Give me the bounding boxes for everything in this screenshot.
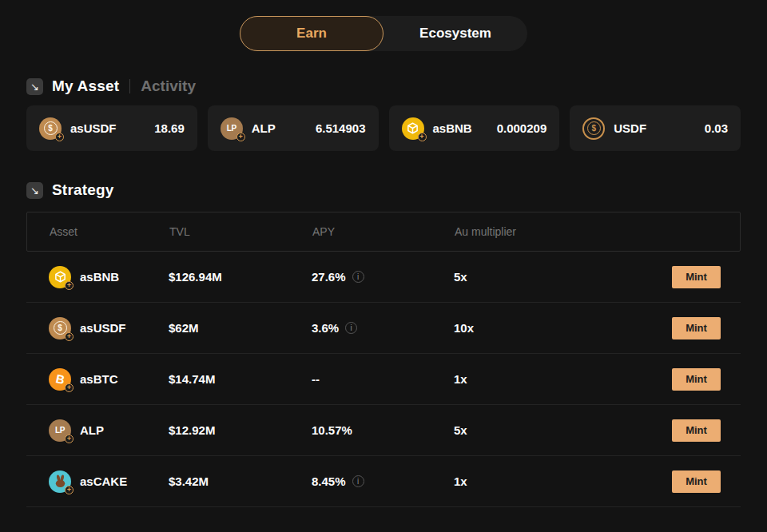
info-icon[interactable]: i bbox=[352, 271, 364, 283]
asset-cell: + asCAKE bbox=[49, 470, 169, 493]
table-body: + asBNB $126.94M 27.6% i 5x Mint $+ asUS… bbox=[26, 252, 741, 507]
row-apy-cell: 3.6% i bbox=[312, 321, 454, 335]
row-multiplier: 1x bbox=[454, 474, 627, 488]
asset-card: $ USDF 0.03 bbox=[570, 105, 741, 151]
asset-symbol: USDF bbox=[614, 121, 646, 135]
my-asset-header: ↘ My Asset Activity bbox=[26, 77, 741, 95]
asset-symbol: asUSDF bbox=[70, 121, 117, 135]
tab-earn[interactable]: Earn bbox=[240, 16, 384, 51]
table-row: LP+ ALP $12.92M 10.57% 5x Mint bbox=[26, 405, 741, 456]
asset-card: LP+ ALP 6.514903 bbox=[208, 105, 379, 151]
asset-cell: B+ asBTC bbox=[49, 368, 169, 391]
row-multiplier: 1x bbox=[454, 372, 627, 386]
asset-card: $+ asUSDF 18.69 bbox=[26, 105, 197, 151]
coin-icon: + bbox=[49, 470, 71, 493]
row-apy: 3.6% bbox=[312, 321, 339, 335]
table-header-row: Asset TVL APY Au multiplier bbox=[26, 212, 741, 252]
info-icon[interactable]: i bbox=[345, 322, 357, 334]
coin-icon: $+ bbox=[39, 117, 62, 140]
mint-button[interactable]: Mint bbox=[672, 266, 721, 288]
asset-cards: $+ asUSDF 18.69 LP+ ALP 6.514903 + asBNB… bbox=[26, 105, 741, 151]
col-header-apy: APY bbox=[312, 225, 455, 238]
row-tvl: $14.74M bbox=[169, 372, 312, 386]
asset-cell: $+ asUSDF bbox=[49, 317, 169, 339]
mint-button[interactable]: Mint bbox=[672, 368, 721, 391]
row-asset-symbol: asUSDF bbox=[80, 321, 126, 335]
info-icon[interactable]: i bbox=[352, 475, 364, 487]
divider bbox=[129, 79, 130, 93]
row-action-cell: Mint bbox=[627, 419, 721, 442]
row-asset-symbol: ALP bbox=[80, 423, 104, 437]
mint-button[interactable]: Mint bbox=[672, 317, 721, 339]
col-header-tvl: TVL bbox=[169, 225, 312, 238]
asset-symbol: ALP bbox=[252, 121, 276, 135]
row-apy-cell: 8.45% i bbox=[312, 474, 454, 488]
coin-icon: LP+ bbox=[221, 117, 243, 140]
coin-icon: $+ bbox=[49, 317, 71, 339]
row-tvl: $12.92M bbox=[169, 423, 312, 437]
plus-badge: + bbox=[65, 383, 74, 392]
plus-badge: + bbox=[65, 281, 74, 290]
row-multiplier: 5x bbox=[454, 270, 627, 284]
row-tvl: $3.42M bbox=[169, 474, 312, 488]
row-action-cell: Mint bbox=[627, 317, 721, 339]
coin-icon: B+ bbox=[49, 368, 71, 391]
asset-balance: 6.514903 bbox=[316, 121, 366, 135]
row-asset-symbol: asBNB bbox=[80, 270, 119, 284]
row-action-cell: Mint bbox=[627, 470, 721, 493]
col-header-asset: Asset bbox=[50, 225, 169, 238]
plus-badge: + bbox=[65, 435, 74, 443]
asset-balance: 18.69 bbox=[154, 121, 185, 135]
row-multiplier: 10x bbox=[454, 321, 627, 335]
asset-cell: + asBNB bbox=[49, 266, 169, 288]
row-action-cell: Mint bbox=[627, 368, 721, 391]
mint-button[interactable]: Mint bbox=[672, 419, 721, 442]
coin-icon: $ bbox=[582, 117, 605, 140]
row-action-cell: Mint bbox=[627, 266, 721, 288]
asset-balance: 0.000209 bbox=[497, 121, 547, 135]
asset-cell: LP+ ALP bbox=[49, 419, 169, 442]
tab-my-asset[interactable]: My Asset bbox=[52, 77, 119, 95]
plus-badge: + bbox=[65, 332, 74, 341]
strategy-table: Asset TVL APY Au multiplier + asBNB $126… bbox=[26, 212, 741, 507]
corner-arrow-icon: ↘ bbox=[26, 182, 43, 199]
row-apy: -- bbox=[312, 372, 320, 386]
tab-ecosystem[interactable]: Ecosystem bbox=[384, 16, 527, 51]
coin-icon: + bbox=[402, 117, 424, 140]
row-apy-cell: 10.57% bbox=[312, 423, 454, 437]
col-header-multiplier: Au multiplier bbox=[455, 225, 628, 238]
table-row: B+ asBTC $14.74M -- 1x Mint bbox=[26, 354, 741, 405]
tab-group: Earn Ecosystem bbox=[240, 16, 527, 51]
row-apy: 8.45% bbox=[312, 474, 346, 488]
plus-badge: + bbox=[65, 486, 74, 494]
main-content: ↘ My Asset Activity $+ asUSDF 18.69 LP+ … bbox=[0, 77, 767, 507]
corner-arrow-icon: ↘ bbox=[26, 78, 43, 95]
asset-balance: 0.03 bbox=[705, 121, 728, 135]
strategy-header: ↘ Strategy bbox=[26, 181, 741, 199]
asset-symbol: asBNB bbox=[433, 121, 472, 135]
row-asset-symbol: asBTC bbox=[80, 372, 118, 386]
mint-button[interactable]: Mint bbox=[672, 470, 721, 493]
tab-activity[interactable]: Activity bbox=[141, 77, 196, 95]
strategy-title: Strategy bbox=[52, 181, 114, 199]
table-row: + asCAKE $3.42M 8.45% i 1x Mint bbox=[26, 456, 741, 507]
asset-card: + asBNB 0.000209 bbox=[389, 105, 560, 151]
plus-badge: + bbox=[418, 133, 427, 141]
coin-icon: + bbox=[49, 266, 71, 288]
row-apy: 27.6% bbox=[312, 270, 346, 284]
plus-badge: + bbox=[55, 133, 64, 141]
row-apy: 10.57% bbox=[312, 423, 352, 437]
row-apy-cell: -- bbox=[312, 372, 454, 386]
top-tab-bar: Earn Ecosystem bbox=[0, 16, 767, 51]
table-row: $+ asUSDF $62M 3.6% i 10x Mint bbox=[26, 303, 741, 354]
coin-icon: LP+ bbox=[49, 419, 71, 442]
row-tvl: $126.94M bbox=[169, 270, 312, 284]
table-row: + asBNB $126.94M 27.6% i 5x Mint bbox=[26, 252, 741, 303]
row-apy-cell: 27.6% i bbox=[312, 270, 454, 284]
plus-badge: + bbox=[236, 133, 245, 141]
row-tvl: $62M bbox=[169, 321, 312, 335]
row-multiplier: 5x bbox=[454, 423, 627, 437]
row-asset-symbol: asCAKE bbox=[80, 474, 127, 488]
